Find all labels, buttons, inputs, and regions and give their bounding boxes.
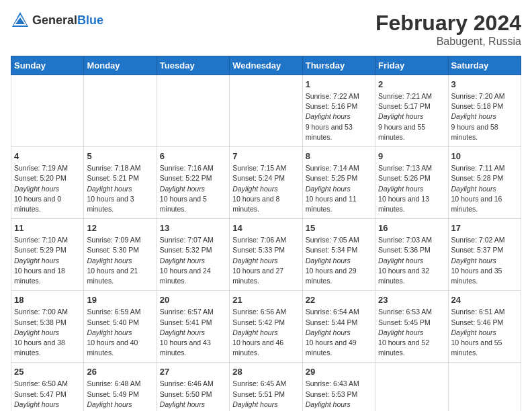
- day-info: Sunrise: 7:20 AMSunset: 5:18 PMDaylight …: [451, 91, 518, 142]
- calendar-cell: 14Sunrise: 7:06 AMSunset: 5:33 PMDayligh…: [230, 219, 302, 291]
- day-info: Sunrise: 6:56 AMSunset: 5:42 PMDaylight …: [232, 307, 299, 358]
- calendar-cell: 8Sunrise: 7:14 AMSunset: 5:25 PMDaylight…: [302, 147, 375, 219]
- calendar-cell: 21Sunrise: 6:56 AMSunset: 5:42 PMDayligh…: [230, 291, 302, 363]
- calendar-cell: 3Sunrise: 7:20 AMSunset: 5:18 PMDaylight…: [448, 75, 521, 147]
- calendar-cell: 12Sunrise: 7:09 AMSunset: 5:30 PMDayligh…: [84, 219, 157, 291]
- logo-general-text: General: [32, 13, 77, 27]
- day-number: 28: [232, 367, 299, 377]
- day-number: 27: [160, 367, 226, 377]
- calendar-cell: 15Sunrise: 7:05 AMSunset: 5:34 PMDayligh…: [302, 219, 375, 291]
- calendar-cell: 20Sunrise: 6:57 AMSunset: 5:41 PMDayligh…: [157, 291, 229, 363]
- calendar-cell: [230, 75, 302, 147]
- day-info: Sunrise: 7:00 AMSunset: 5:38 PMDaylight …: [14, 307, 81, 358]
- day-info: Sunrise: 7:10 AMSunset: 5:29 PMDaylight …: [14, 235, 81, 286]
- main-title: February 2024: [375, 11, 521, 36]
- day-info: Sunrise: 7:19 AMSunset: 5:20 PMDaylight …: [14, 163, 81, 214]
- day-info: Sunrise: 6:45 AMSunset: 5:51 PMDaylight …: [232, 379, 299, 411]
- day-number: 21: [232, 295, 299, 305]
- day-number: 29: [306, 367, 372, 377]
- calendar-cell: 22Sunrise: 6:54 AMSunset: 5:44 PMDayligh…: [302, 291, 375, 363]
- day-info: Sunrise: 7:05 AMSunset: 5:34 PMDaylight …: [306, 235, 372, 286]
- calendar-cell: 6Sunrise: 7:16 AMSunset: 5:22 PMDaylight…: [157, 147, 229, 219]
- day-info: Sunrise: 6:46 AMSunset: 5:50 PMDaylight …: [160, 379, 226, 411]
- column-header-wednesday: Wednesday: [230, 56, 302, 75]
- calendar-table: SundayMondayTuesdayWednesdayThursdayFrid…: [11, 56, 521, 411]
- calendar-cell: 7Sunrise: 7:15 AMSunset: 5:24 PMDaylight…: [230, 147, 302, 219]
- day-number: 1: [306, 79, 372, 89]
- calendar-cell: 10Sunrise: 7:11 AMSunset: 5:28 PMDayligh…: [448, 147, 521, 219]
- day-info: Sunrise: 7:18 AMSunset: 5:21 PMDaylight …: [87, 163, 153, 214]
- day-number: 23: [378, 295, 445, 305]
- day-info: Sunrise: 6:54 AMSunset: 5:44 PMDaylight …: [306, 307, 372, 358]
- day-number: 18: [14, 295, 81, 305]
- calendar-cell: 4Sunrise: 7:19 AMSunset: 5:20 PMDaylight…: [11, 147, 84, 219]
- calendar-cell: [84, 75, 157, 147]
- day-number: 24: [451, 295, 518, 305]
- calendar-cell: 2Sunrise: 7:21 AMSunset: 5:17 PMDaylight…: [375, 75, 448, 147]
- column-header-saturday: Saturday: [448, 56, 521, 75]
- day-info: Sunrise: 6:43 AMSunset: 5:53 PMDaylight …: [306, 379, 372, 411]
- day-info: Sunrise: 6:51 AMSunset: 5:46 PMDaylight …: [451, 307, 518, 358]
- calendar-cell: 29Sunrise: 6:43 AMSunset: 5:53 PMDayligh…: [302, 363, 375, 411]
- calendar-cell: [448, 363, 521, 411]
- day-info: Sunrise: 7:22 AMSunset: 5:16 PMDaylight …: [306, 91, 372, 142]
- day-number: 7: [232, 151, 299, 161]
- day-number: 17: [451, 223, 518, 233]
- day-number: 6: [160, 151, 226, 161]
- header: GeneralBlue February 2024 Babugent, Russ…: [11, 11, 521, 48]
- subtitle: Babugent, Russia: [375, 36, 521, 48]
- day-number: 14: [232, 223, 299, 233]
- day-info: Sunrise: 6:59 AMSunset: 5:40 PMDaylight …: [87, 307, 153, 358]
- day-number: 11: [14, 223, 81, 233]
- day-number: 19: [87, 295, 153, 305]
- day-info: Sunrise: 7:02 AMSunset: 5:37 PMDaylight …: [451, 235, 518, 286]
- day-info: Sunrise: 6:53 AMSunset: 5:45 PMDaylight …: [378, 307, 445, 358]
- calendar-week-1: 1Sunrise: 7:22 AMSunset: 5:16 PMDaylight…: [11, 75, 521, 147]
- day-number: 4: [14, 151, 81, 161]
- calendar-cell: 5Sunrise: 7:18 AMSunset: 5:21 PMDaylight…: [84, 147, 157, 219]
- day-info: Sunrise: 7:09 AMSunset: 5:30 PMDaylight …: [87, 235, 153, 286]
- calendar-cell: 18Sunrise: 7:00 AMSunset: 5:38 PMDayligh…: [11, 291, 84, 363]
- calendar-cell: 26Sunrise: 6:48 AMSunset: 5:49 PMDayligh…: [84, 363, 157, 411]
- column-header-friday: Friday: [375, 56, 448, 75]
- day-info: Sunrise: 7:11 AMSunset: 5:28 PMDaylight …: [451, 163, 518, 214]
- logo-blue-text: Blue: [77, 13, 103, 27]
- day-info: Sunrise: 7:16 AMSunset: 5:22 PMDaylight …: [160, 163, 226, 214]
- logo: GeneralBlue: [11, 11, 103, 30]
- calendar-cell: 24Sunrise: 6:51 AMSunset: 5:46 PMDayligh…: [448, 291, 521, 363]
- calendar-week-4: 18Sunrise: 7:00 AMSunset: 5:38 PMDayligh…: [11, 291, 521, 363]
- day-info: Sunrise: 6:50 AMSunset: 5:47 PMDaylight …: [14, 379, 81, 411]
- day-number: 8: [306, 151, 372, 161]
- day-number: 22: [306, 295, 372, 305]
- calendar-week-2: 4Sunrise: 7:19 AMSunset: 5:20 PMDaylight…: [11, 147, 521, 219]
- day-number: 2: [378, 79, 445, 89]
- calendar-cell: 9Sunrise: 7:13 AMSunset: 5:26 PMDaylight…: [375, 147, 448, 219]
- calendar-cell: 16Sunrise: 7:03 AMSunset: 5:36 PMDayligh…: [375, 219, 448, 291]
- column-header-sunday: Sunday: [11, 56, 84, 75]
- calendar-week-5: 25Sunrise: 6:50 AMSunset: 5:47 PMDayligh…: [11, 363, 521, 411]
- calendar-cell: 19Sunrise: 6:59 AMSunset: 5:40 PMDayligh…: [84, 291, 157, 363]
- day-info: Sunrise: 7:13 AMSunset: 5:26 PMDaylight …: [378, 163, 445, 214]
- column-header-tuesday: Tuesday: [157, 56, 229, 75]
- day-number: 16: [378, 223, 445, 233]
- day-number: 15: [306, 223, 372, 233]
- calendar-cell: 17Sunrise: 7:02 AMSunset: 5:37 PMDayligh…: [448, 219, 521, 291]
- day-number: 9: [378, 151, 445, 161]
- day-info: Sunrise: 7:15 AMSunset: 5:24 PMDaylight …: [232, 163, 299, 214]
- day-number: 25: [14, 367, 81, 377]
- calendar-cell: 13Sunrise: 7:07 AMSunset: 5:32 PMDayligh…: [157, 219, 229, 291]
- day-info: Sunrise: 6:57 AMSunset: 5:41 PMDaylight …: [160, 307, 226, 358]
- calendar-cell: 11Sunrise: 7:10 AMSunset: 5:29 PMDayligh…: [11, 219, 84, 291]
- day-info: Sunrise: 7:03 AMSunset: 5:36 PMDaylight …: [378, 235, 445, 286]
- calendar-cell: [11, 75, 84, 147]
- day-number: 3: [451, 79, 518, 89]
- calendar-cell: [157, 75, 229, 147]
- logo-icon: [11, 11, 30, 30]
- column-header-monday: Monday: [84, 56, 157, 75]
- day-number: 12: [87, 223, 153, 233]
- calendar-week-3: 11Sunrise: 7:10 AMSunset: 5:29 PMDayligh…: [11, 219, 521, 291]
- day-info: Sunrise: 7:06 AMSunset: 5:33 PMDaylight …: [232, 235, 299, 286]
- title-area: February 2024 Babugent, Russia: [375, 11, 521, 48]
- calendar-cell: 28Sunrise: 6:45 AMSunset: 5:51 PMDayligh…: [230, 363, 302, 411]
- day-info: Sunrise: 7:07 AMSunset: 5:32 PMDaylight …: [160, 235, 226, 286]
